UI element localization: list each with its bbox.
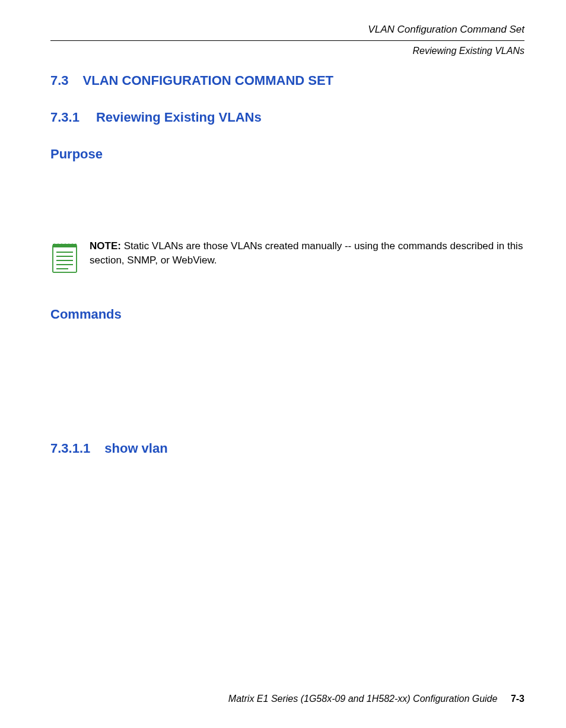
header-divider	[50, 40, 524, 41]
note-label: NOTE:	[90, 240, 121, 252]
section-number-sub: 7.3.1	[50, 110, 80, 125]
svg-rect-2	[53, 244, 77, 247]
header-title: VLAN Configuration Command Set	[50, 24, 524, 36]
header-subtitle: Reviewing Existing VLANs	[50, 46, 524, 56]
page-footer: Matrix E1 Series (1G58x-09 and 1H582-xx)…	[50, 694, 524, 704]
section-title-main: VLAN CONFIGURATION COMMAND SET	[83, 73, 333, 88]
note-text: NOTE: Static VLANs are those VLANs creat…	[90, 239, 524, 268]
note-body: Static VLANs are those VLANs created man…	[90, 240, 523, 266]
section-title-cmd: show vlan	[104, 441, 167, 456]
section-title-sub: Reviewing Existing VLANs	[96, 110, 262, 125]
section-number-main: 7.3	[50, 73, 69, 88]
purpose-heading: Purpose	[50, 147, 524, 162]
section-heading-sub: 7.3.1 Reviewing Existing VLANs	[50, 110, 524, 125]
footer-text: Matrix E1 Series (1G58x-09 and 1H582-xx)…	[228, 694, 498, 704]
note-block: NOTE: Static VLANs are those VLANs creat…	[50, 239, 524, 277]
notepad-icon	[50, 240, 79, 277]
section-number-cmd: 7.3.1.1	[50, 441, 90, 456]
footer-pagenum: 7-3	[511, 694, 524, 704]
commands-heading: Commands	[50, 307, 524, 322]
section-heading-main: 7.3 VLAN CONFIGURATION COMMAND SET	[50, 73, 524, 88]
section-heading-cmd: 7.3.1.1 show vlan	[50, 441, 524, 456]
